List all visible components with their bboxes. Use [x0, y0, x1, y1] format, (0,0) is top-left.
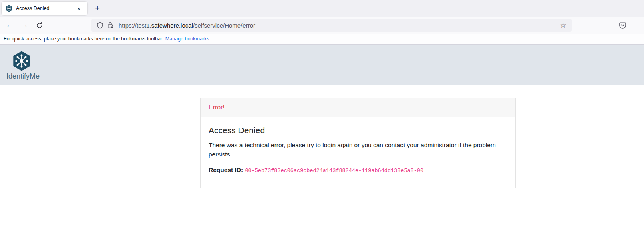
navigation-toolbar: ← → https://test1.safewhere.local/selfse… [0, 17, 644, 34]
error-title: Access Denied [209, 126, 507, 135]
tab-strip: Access Denied × + [0, 0, 644, 17]
bookmarks-toolbar: For quick access, place your bookmarks h… [0, 34, 644, 45]
shield-icon[interactable] [95, 20, 105, 30]
back-button[interactable]: ← [3, 19, 16, 32]
tab-title: Access Denied [16, 6, 74, 11]
site-favicon-hexagon-icon [6, 5, 12, 12]
url-domain: safewhere.local [151, 22, 193, 29]
new-tab-button[interactable]: + [91, 2, 103, 14]
url-path: /selfservice/Home/error [193, 22, 255, 29]
forward-button: → [18, 19, 31, 32]
url-scheme-subdomain: https://test1. [119, 22, 151, 29]
bookmarks-hint-text: For quick access, place your bookmarks h… [4, 36, 163, 42]
error-card-header: Error! [201, 98, 515, 117]
pocket-icon[interactable] [616, 19, 629, 32]
manage-bookmarks-link[interactable]: Manage bookmarks... [165, 36, 213, 42]
error-card-body: Access Denied There was a technical erro… [201, 117, 515, 188]
request-id-value: 00-5eb73f83ec06ac9cbed24a143f88244e-119a… [245, 168, 423, 174]
error-card: Error! Access Denied There was a technic… [200, 98, 516, 188]
lock-warning-icon[interactable] [105, 20, 115, 30]
url-bar[interactable]: https://test1.safewhere.local/selfservic… [91, 19, 572, 32]
browser-tab-access-denied[interactable]: Access Denied × [2, 2, 87, 15]
identifyme-logo-icon [12, 51, 54, 71]
page-content: Error! Access Denied There was a technic… [0, 85, 644, 205]
brand-name: IdentifyMe [6, 72, 54, 81]
reload-button[interactable] [33, 19, 46, 32]
url-input[interactable]: https://test1.safewhere.local/selfservic… [119, 22, 558, 29]
request-id-label: Request ID: [209, 166, 243, 173]
bookmark-star-icon[interactable]: ☆ [558, 20, 568, 30]
site-header: IdentifyMe [0, 45, 644, 85]
error-message: There was a technical error, please try … [209, 140, 506, 159]
identifyme-brand[interactable]: IdentifyMe [6, 51, 54, 81]
tab-close-icon[interactable]: × [74, 4, 83, 13]
request-id-line: Request ID: 00-5eb73f83ec06ac9cbed24a143… [209, 166, 507, 174]
